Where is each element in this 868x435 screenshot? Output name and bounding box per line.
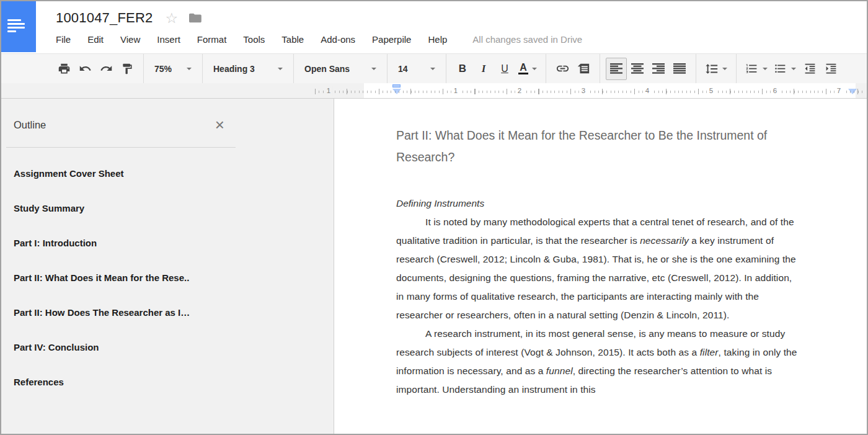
outline-item-references[interactable]: References xyxy=(14,365,241,400)
close-icon[interactable]: × xyxy=(215,119,224,131)
outline-item-part-4[interactable]: Part IV: Conclusion xyxy=(14,330,241,365)
current-color-bar xyxy=(518,73,528,75)
line-spacing-button[interactable] xyxy=(702,58,730,80)
bulleted-list-icon xyxy=(774,62,787,75)
document-title[interactable]: 1001047_FER2 xyxy=(56,10,153,26)
insert-comment-icon xyxy=(577,62,590,76)
save-status: All changes saved in Drive xyxy=(472,34,582,45)
title-row: 1001047_FER2 ☆ xyxy=(56,1,867,30)
decrease-indent-button[interactable] xyxy=(799,58,820,80)
outline-item-part-2-how[interactable]: Part II: How Does The Researcher as I… xyxy=(14,295,241,330)
left-indent-marker[interactable] xyxy=(392,89,401,94)
chevron-down-icon xyxy=(791,68,796,70)
text-color-label: A xyxy=(520,63,527,72)
folder-icon xyxy=(188,12,202,24)
toolbar-separator xyxy=(293,54,294,83)
ruler-number: 5 xyxy=(707,86,715,96)
menu-help[interactable]: Help xyxy=(428,34,447,45)
font-size-select[interactable]: 14 xyxy=(393,58,440,80)
bold-button[interactable]: B xyxy=(452,58,473,80)
paragraph-2: A research instrument, in its most gener… xyxy=(396,325,800,399)
menu-paperpile[interactable]: Paperpile xyxy=(372,34,411,45)
toolbar-separator xyxy=(387,54,388,83)
redo-button[interactable] xyxy=(95,58,117,80)
italic-button[interactable]: I xyxy=(473,58,494,80)
bold-label: B xyxy=(459,63,466,75)
chevron-down-icon xyxy=(532,68,537,70)
align-right-button[interactable] xyxy=(648,58,669,80)
zoom-select[interactable]: 75% xyxy=(149,58,197,80)
toolbar-separator xyxy=(446,54,446,83)
insert-comment-button[interactable] xyxy=(573,58,594,80)
align-center-button[interactable] xyxy=(627,58,648,80)
toolbar-separator xyxy=(202,54,203,83)
header: 1001047_FER2 ☆ File Edit View Insert For… xyxy=(1,1,867,53)
align-center-icon xyxy=(631,63,644,74)
menu-tools[interactable]: Tools xyxy=(243,34,265,45)
document-content[interactable]: Part II: What Does it Mean for the Resea… xyxy=(334,99,805,399)
menu-format[interactable]: Format xyxy=(197,34,227,45)
text-color-button[interactable]: A xyxy=(515,58,540,80)
menu-view[interactable]: View xyxy=(120,34,140,45)
align-left-button[interactable] xyxy=(606,58,627,80)
print-icon xyxy=(58,62,71,75)
chevron-down-icon xyxy=(763,68,768,70)
move-to-folder-button[interactable] xyxy=(188,12,202,24)
toolbar-separator xyxy=(546,54,546,83)
font-size-value: 14 xyxy=(398,64,408,74)
menu-addons[interactable]: Add-ons xyxy=(321,34,355,45)
align-right-icon xyxy=(652,63,665,74)
redo-icon xyxy=(100,62,113,75)
print-button[interactable] xyxy=(53,58,74,80)
font-family-value: Open Sans xyxy=(304,64,350,74)
ruler-number: 6 xyxy=(771,86,779,96)
paint-format-button[interactable] xyxy=(117,58,138,80)
zoom-value: 75% xyxy=(154,64,172,74)
menu-edit[interactable]: Edit xyxy=(87,34,104,45)
chevron-down-icon xyxy=(371,68,376,70)
justify-button[interactable] xyxy=(669,58,690,80)
document-heading: Part II: What Does it Mean for the Resea… xyxy=(396,125,798,168)
undo-button[interactable] xyxy=(74,58,95,80)
ruler-number: 7 xyxy=(835,86,843,96)
undo-icon xyxy=(79,62,92,75)
document-page[interactable]: Part II: What Does it Mean for the Resea… xyxy=(334,99,867,434)
first-line-indent-marker[interactable] xyxy=(392,84,401,87)
text-color-indicator: A xyxy=(518,63,528,75)
sidebar: Outline × Assignment Cover Sheet Study S… xyxy=(1,99,334,434)
main-area: Outline × Assignment Cover Sheet Study S… xyxy=(1,99,867,434)
ruler-number: 1 xyxy=(324,86,333,96)
ruler[interactable]: 1 1 2 3 4 5 6 7 xyxy=(1,83,867,99)
menu-file[interactable]: File xyxy=(56,34,71,45)
insert-link-button[interactable] xyxy=(552,58,573,80)
paragraph-1: It is noted by many methodological exper… xyxy=(396,213,800,325)
italic-label: I xyxy=(482,63,486,75)
underline-button[interactable]: U xyxy=(494,58,515,80)
ruler-number: 3 xyxy=(579,86,588,96)
bulleted-list-button[interactable] xyxy=(771,58,799,80)
header-right: 1001047_FER2 ☆ File Edit View Insert For… xyxy=(36,1,867,53)
google-docs-window: 1001047_FER2 ☆ File Edit View Insert For… xyxy=(0,0,868,435)
increase-indent-button[interactable] xyxy=(820,58,841,80)
docs-logo-icon[interactable] xyxy=(1,1,36,52)
paragraph-style-select[interactable]: Heading 3 xyxy=(208,58,288,80)
font-family-select[interactable]: Open Sans xyxy=(299,58,381,80)
align-left-icon xyxy=(610,63,622,74)
outline-item-part-2-what[interactable]: Part II: What Does it Mean for the Rese.… xyxy=(14,261,241,295)
star-icon[interactable]: ☆ xyxy=(166,11,179,25)
outline-item-assignment-cover-sheet[interactable]: Assignment Cover Sheet xyxy=(14,156,241,191)
ruler-number: 1 xyxy=(451,86,460,96)
numbered-list-button[interactable] xyxy=(742,58,771,80)
insert-link-icon xyxy=(556,61,570,76)
right-indent-marker[interactable] xyxy=(848,89,857,94)
line-spacing-icon xyxy=(705,62,719,76)
outline-panel: Outline × Assignment Cover Sheet Study S… xyxy=(1,99,241,400)
outline-item-part-1[interactable]: Part I: Introduction xyxy=(14,226,241,261)
menu-table[interactable]: Table xyxy=(281,34,304,45)
paint-format-icon xyxy=(121,63,133,75)
outline-header: Outline × xyxy=(1,119,241,131)
outline-item-study-summary[interactable]: Study Summary xyxy=(14,191,241,226)
justify-icon xyxy=(673,63,686,74)
menu-insert[interactable]: Insert xyxy=(157,34,180,45)
toolbar-separator xyxy=(696,54,696,83)
